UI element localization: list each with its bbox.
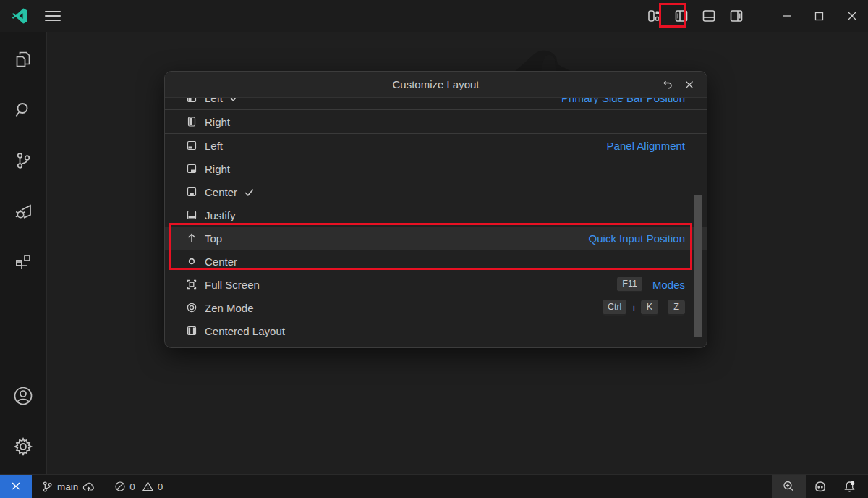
row-sidebar-left-clipped[interactable]: Left Primary Side Bar Position: [165, 98, 707, 109]
warnings-count: 0: [158, 481, 163, 492]
keybinding-k: K: [641, 300, 658, 316]
row-panel-left[interactable]: Left Panel Alignment: [165, 134, 707, 157]
customize-layout-icon[interactable]: [640, 4, 668, 28]
keybinding-f11: F11: [617, 277, 642, 292]
maximize-button[interactable]: [803, 0, 835, 32]
zoom-in-status-icon[interactable]: [772, 475, 805, 498]
reset-layout-icon[interactable]: [659, 76, 676, 93]
row-label: Left: [205, 140, 223, 152]
errors-icon: [114, 481, 126, 492]
row-label: Centered Layout: [205, 325, 285, 337]
zen-mode-target-icon: [185, 302, 197, 314]
group-label-primary-sidebar: Primary Side Bar Position: [561, 98, 685, 104]
dialog-scrollbar[interactable]: [694, 195, 702, 337]
row-label: Justify: [205, 209, 236, 221]
row-panel-right[interactable]: Right: [165, 157, 707, 180]
extensions-icon[interactable]: [6, 245, 41, 279]
branch-status[interactable]: main: [36, 475, 101, 498]
customize-layout-dialog: Customize Layout: [164, 71, 707, 348]
small-circle-icon: [185, 256, 197, 268]
row-panel-center[interactable]: Center: [165, 180, 707, 203]
notifications-bell-icon[interactable]: [835, 475, 864, 498]
row-centered-layout[interactable]: Centered Layout: [165, 319, 707, 342]
row-panel-justify[interactable]: Justify: [165, 203, 707, 227]
check-icon: [229, 98, 239, 103]
toggle-panel-icon[interactable]: [695, 4, 723, 28]
warnings-icon: [142, 481, 154, 492]
minimize-button[interactable]: [770, 0, 803, 32]
accounts-icon[interactable]: [6, 379, 41, 413]
toggle-secondary-sidebar-icon[interactable]: [723, 4, 750, 28]
layout-controls: [640, 4, 750, 28]
statusbar-right: [772, 475, 868, 498]
search-icon[interactable]: [6, 93, 41, 127]
row-label: Top: [205, 232, 222, 245]
dialog-list: Left Primary Side Bar Position R: [165, 98, 707, 342]
key-plus: +: [631, 303, 637, 313]
row-label: Left: [205, 98, 223, 104]
group-label-quick-input-position: Quick Input Position: [589, 232, 685, 245]
vscode-logo-icon: [10, 7, 29, 25]
row-label: Right: [205, 163, 230, 175]
titlebar-right: [640, 0, 868, 32]
sidebar-right-icon: [185, 116, 197, 128]
menu-hamburger-icon[interactable]: [45, 7, 64, 25]
keybinding-ctrl: Ctrl: [603, 300, 626, 316]
dialog-close-icon[interactable]: [681, 76, 698, 93]
row-sidebar-right[interactable]: Right: [165, 110, 707, 133]
panel-align-justify-icon: [185, 209, 197, 221]
branch-name: main: [57, 481, 78, 492]
panel-align-left-icon: [185, 140, 197, 152]
group-label-panel-alignment: Panel Alignment: [607, 140, 685, 152]
run-and-debug-icon[interactable]: [6, 194, 41, 229]
dialog-title: Customize Layout: [165, 78, 707, 90]
problems-status[interactable]: 0 0: [109, 475, 168, 498]
sidebar-left-icon: [185, 98, 197, 104]
keybinding-z: Z: [668, 300, 685, 316]
row-label: Zen Mode: [205, 302, 254, 314]
explorer-icon[interactable]: [6, 42, 41, 77]
row-label: Center: [205, 186, 237, 198]
toggle-primary-sidebar-icon[interactable]: [668, 4, 695, 28]
row-full-screen[interactable]: Full Screen F11 Modes: [165, 273, 707, 296]
remote-indicator[interactable]: [0, 475, 32, 498]
full-screen-icon: [185, 279, 197, 291]
source-control-icon[interactable]: [6, 143, 41, 178]
check-icon: [244, 187, 255, 198]
close-button[interactable]: [835, 0, 868, 32]
row-label: Full Screen: [205, 279, 260, 291]
activity-bar: [0, 32, 47, 474]
errors-count: 0: [129, 481, 135, 492]
row-quick-input-center[interactable]: Center: [165, 250, 707, 273]
arrow-up-icon: [185, 232, 197, 245]
dialog-header[interactable]: Customize Layout: [165, 72, 707, 98]
copilot-icon[interactable]: [806, 475, 835, 498]
row-label: Right: [205, 116, 230, 128]
vscode-window: Customize Layout: [0, 0, 868, 498]
status-bar: main 0 0: [0, 474, 868, 498]
row-label: Center: [205, 256, 237, 268]
settings-gear-icon[interactable]: [6, 429, 41, 464]
panel-align-center-icon: [185, 186, 197, 198]
publish-cloud-icon: [82, 481, 95, 493]
group-label-modes: Modes: [652, 279, 685, 291]
row-quick-input-top[interactable]: Top Quick Input Position: [165, 227, 707, 250]
panel-align-right-icon: [185, 163, 197, 175]
centered-layout-icon: [185, 325, 197, 337]
titlebar: [0, 0, 868, 32]
row-zen-mode[interactable]: Zen Mode Ctrl + K Z: [165, 296, 707, 319]
